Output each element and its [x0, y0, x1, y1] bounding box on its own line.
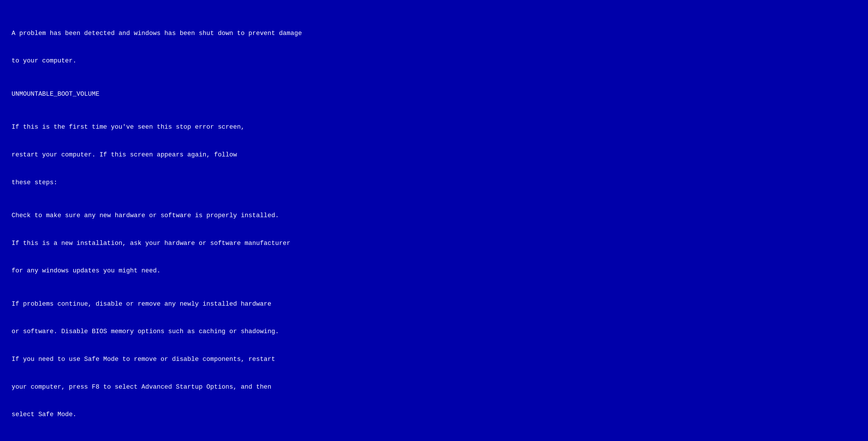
paragraph1-line3: these steps: [11, 178, 321, 187]
paragraph3-line1: If problems continue, disable or remove … [11, 300, 321, 309]
paragraph2-line3: for any windows updates you might need. [11, 266, 321, 276]
line1: A problem has been detected and windows … [11, 29, 321, 38]
paragraph1-line2: restart your computer. If this screen ap… [11, 150, 321, 160]
bsod-content: A problem has been detected and windows … [11, 10, 321, 441]
line2: to your computer. [11, 56, 321, 66]
paragraph3-line4: your computer, press F8 to select Advanc… [11, 383, 321, 392]
paragraph3-line3: If you need to use Safe Mode to remove o… [11, 355, 321, 364]
bsod-screen: A problem has been detected and windows … [0, 0, 868, 441]
paragraph2-line2: If this is a new installation, ask your … [11, 239, 321, 248]
paragraph3-line5: select Safe Mode. [11, 410, 321, 419]
paragraph3-line2: or software. Disable BIOS memory options… [11, 327, 321, 336]
paragraph1-line1: If this is the first time you've seen th… [11, 123, 321, 132]
paragraph2-line1: Check to make sure any new hardware or s… [11, 211, 321, 220]
error-code: UNMOUNTABLE_BOOT_VOLUME [11, 90, 321, 99]
